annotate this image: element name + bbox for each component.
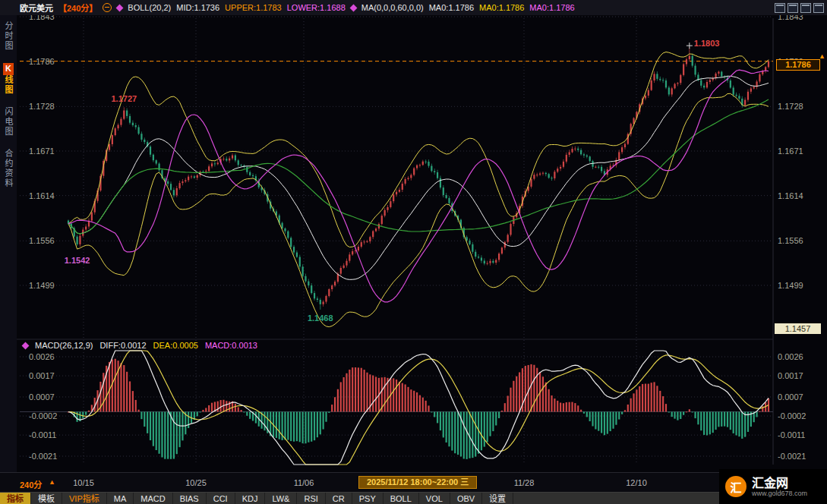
tab-MA[interactable]: MA [107, 493, 134, 504]
layout-icon-2[interactable] [788, 3, 798, 13]
date-tick: 10/25 [185, 478, 207, 487]
period-badge[interactable]: 【240分】 [58, 2, 97, 14]
tab-LW&[interactable]: LW& [265, 493, 297, 504]
macd-tick-right: -0.0002 [778, 411, 806, 421]
ma-value-3: MA0:1.1786 [529, 3, 574, 12]
price-tick-left: 1.1843 [29, 15, 55, 21]
boll-name: BOLL(20,2) [128, 3, 171, 12]
trading-terminal: 欧元美元 【240分】 BOLL(20,2) MID:1.1736 UPPER:… [0, 0, 827, 504]
macd-panel [68, 351, 769, 465]
layout-icon-3[interactable] [800, 3, 811, 13]
boll-mid-value: MID:1.1736 [176, 3, 219, 12]
ma-name: MA(0,0,0,60,0,0) [361, 3, 424, 12]
price-tick-left: 1.1671 [29, 146, 55, 156]
macd-tick-left: 0.0007 [29, 392, 55, 402]
sidebar-item-timeshare[interactable]: 分时图 [2, 21, 14, 51]
macd-tick-left: 0.0017 [29, 371, 55, 380]
tab-KDJ[interactable]: KDJ [235, 493, 266, 504]
price-annotation: 1.1727 [111, 94, 137, 103]
tab-VIP指标[interactable]: VIP指标 [62, 493, 107, 504]
macd-tick-right: 0.0007 [778, 392, 803, 402]
symbol-name: 欧元美元 [20, 2, 53, 14]
date-tick: 11/28 [514, 478, 535, 487]
tab-VOL[interactable]: VOL [419, 493, 450, 504]
candlesticks [68, 48, 769, 310]
price-up-arrow-icon: ▲ [819, 52, 825, 60]
price-annotations: 1.17271.18031.15421.1468 [65, 39, 720, 323]
tab-PSY[interactable]: PSY [352, 493, 384, 504]
price-annotation: 1.1468 [308, 313, 333, 323]
tab-指标[interactable]: 指标 [0, 493, 31, 504]
macd-value: MACD:0.0013 [205, 341, 257, 350]
boll-lower-value: LOWER:1.1688 [287, 3, 346, 12]
sidebar-item-kline[interactable]: K线图 [2, 63, 14, 95]
crosshair-date-box: 2025/11/12 18:00~22:00 三 [358, 476, 477, 489]
price-tick-left: 1.1614 [29, 191, 55, 200]
time-axis-bar: 240分 ▲ 2025/11/12 18:00~22:00 三 10/1510/… [0, 472, 827, 493]
price-annotation: 1.1542 [65, 256, 90, 265]
macd-tick-right: 0.0017 [778, 371, 803, 380]
kline-badge: K [3, 63, 14, 75]
ma-indicator-icon[interactable] [349, 4, 357, 11]
range-low-box: 1.1457 [775, 323, 821, 334]
macd-tick-left: -0.0011 [29, 430, 57, 439]
macd-tick-right: -0.0011 [778, 430, 806, 439]
current-price-box: 1.1786 [776, 59, 820, 71]
price-tick-left: 1.1556 [29, 236, 55, 245]
collapse-icon[interactable] [103, 3, 112, 12]
chart-mode-sidebar: 分时图 K线图 闪电图 合约资料 [0, 15, 17, 472]
price-tick-left: 1.1728 [29, 102, 55, 111]
tab-CR[interactable]: CR [326, 493, 352, 504]
macd-indicator-icon[interactable] [22, 342, 30, 349]
layout-icon-1[interactable] [775, 3, 785, 13]
date-tick: 12/10 [626, 478, 647, 487]
price-annotation: 1.1803 [694, 39, 720, 48]
ma-value-2: MA0:1.1786 [479, 3, 524, 12]
price-tick-left: 1.1786 [29, 57, 55, 66]
indicator-tab-bar: 指标模板VIP指标MAMACDBIASCCIKDJLW&RSICRPSYBOLL… [0, 492, 827, 504]
top-indicator-bar: 欧元美元 【240分】 BOLL(20,2) MID:1.1736 UPPER:… [0, 0, 827, 15]
ma-value-1: MA0:1.1786 [429, 3, 474, 12]
price-tick-right: 1.1671 [778, 146, 803, 156]
tab-OBV[interactable]: OBV [450, 493, 482, 504]
tab-RSI[interactable]: RSI [297, 493, 325, 504]
macd-tick-left: -0.0021 [29, 452, 57, 461]
tab-模板[interactable]: 模板 [31, 493, 62, 504]
macd-tick-right: -0.0021 [778, 452, 806, 461]
tab-CCI[interactable]: CCI [207, 493, 235, 504]
macd-name: MACD(26,12,9) [35, 341, 93, 350]
price-tick-left: 1.1499 [29, 281, 55, 290]
sidebar-item-contract-info[interactable]: 合约资料 [2, 149, 14, 188]
price-tick-right: 1.1728 [778, 102, 803, 111]
logo-url: www.gold678.com [752, 490, 807, 497]
main-chart-canvas[interactable]: 1.18431.18431.17861.17861.17281.17281.16… [17, 15, 827, 472]
chart-svg[interactable]: 1.18431.18431.17861.17861.17281.17281.16… [17, 15, 827, 472]
macd-dea-value: DEA:0.0005 [153, 341, 198, 350]
site-logo: 汇 汇金网 www.gold678.com [719, 469, 827, 504]
boll-indicator-icon[interactable] [116, 4, 124, 11]
macd-tick-left: -0.0002 [29, 411, 57, 421]
tab-MACD[interactable]: MACD [134, 493, 172, 504]
macd-tick-left: 0.0026 [29, 352, 55, 361]
price-tick-right: 1.1499 [778, 281, 803, 290]
logo-icon: 汇 [725, 476, 747, 497]
boll-upper-value: UPPER:1.1783 [225, 3, 282, 12]
tab-BIAS[interactable]: BIAS [173, 493, 207, 504]
price-tick-right: 1.1614 [778, 191, 803, 200]
sidebar-item-lightning[interactable]: 闪电图 [2, 107, 14, 137]
macd-panel-header: MACD(26,12,9) DIFF:0.0012 DEA:0.0005 MAC… [23, 341, 257, 350]
date-tick: 10/15 [73, 478, 94, 487]
window-layout-icons [775, 3, 824, 13]
tab-BOLL[interactable]: BOLL [384, 493, 419, 504]
macd-diff-value: DIFF:0.0012 [99, 341, 146, 350]
price-tick-right: 1.1843 [778, 15, 803, 21]
macd-tick-right: 0.0026 [778, 352, 803, 361]
period-selector[interactable]: 240分 [20, 478, 42, 490]
logo-title: 汇金网 [752, 477, 807, 490]
layout-icon-4[interactable] [813, 3, 824, 13]
period-arrow-icon[interactable]: ▲ [49, 478, 55, 486]
price-tick-right: 1.1556 [778, 236, 803, 245]
date-tick: 11/06 [294, 478, 314, 487]
tab-设置[interactable]: 设置 [482, 493, 513, 504]
